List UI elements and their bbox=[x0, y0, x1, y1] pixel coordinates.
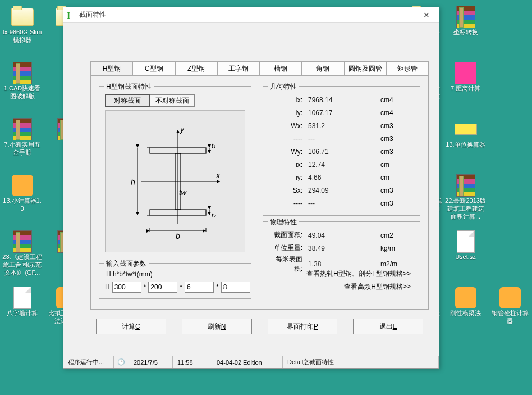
input-h[interactable] bbox=[112, 282, 141, 293]
symmetric-button[interactable]: 对称截面 bbox=[105, 94, 150, 107]
input-b[interactable] bbox=[148, 282, 177, 293]
phys-value: 49.04 bbox=[308, 231, 380, 239]
desktop-icon-label: 13.单位换算器 bbox=[446, 141, 485, 149]
geom-value: 294.09 bbox=[308, 187, 380, 194]
geom-value: 12.74 bbox=[308, 161, 380, 169]
asymmetric-button[interactable]: 不对称截面 bbox=[150, 94, 195, 107]
statusbar: 程序运行中... 🕒 2021/7/5 11:58 04-04-02 Editi… bbox=[63, 356, 439, 368]
geom-row: Wy:106.71cm3 bbox=[269, 145, 414, 158]
tab-7[interactable]: 矩形管 bbox=[386, 61, 429, 76]
input-t[interactable] bbox=[221, 282, 250, 293]
status-edition: 04-04-02 Edition bbox=[212, 356, 283, 368]
exit-button[interactable]: 退出E bbox=[353, 319, 423, 334]
geom-row: Wx:531.2cm3 bbox=[269, 119, 414, 132]
axis-y-label: y bbox=[180, 125, 185, 134]
dialog-title: 截面特性 bbox=[79, 10, 418, 20]
tab-0[interactable]: H型钢 bbox=[90, 61, 133, 76]
geom-unit: cm4 bbox=[380, 109, 414, 117]
desktop-icon[interactable]: 7.距离计算 bbox=[443, 61, 488, 117]
geom-row: -------cm3 bbox=[269, 197, 414, 210]
multiply-icon: * bbox=[180, 283, 182, 291]
desktop-icon[interactable]: 八字墙计算 bbox=[0, 285, 44, 342]
geom-value: 4.66 bbox=[308, 174, 380, 181]
desktop-icon-label: 7.距离计算 bbox=[451, 85, 480, 93]
desktop-icon[interactable]: 7.小新实用五金手册 bbox=[0, 117, 44, 173]
geom-key: Wy: bbox=[269, 148, 308, 156]
input-formula: H h*b*tw*t(mm) bbox=[106, 270, 245, 278]
geom-key: ---- bbox=[269, 135, 308, 143]
geom-value: 7968.14 bbox=[308, 96, 380, 104]
action-buttons: 计算C 刷新N 界面打印P 退出E bbox=[90, 319, 429, 334]
geom-unit: cm3 bbox=[380, 135, 414, 143]
calc-button[interactable]: 计算C bbox=[96, 319, 166, 334]
desktop-icon[interactable]: 刚性横梁法 bbox=[443, 285, 488, 342]
geom-row: Ix:7968.14cm4 bbox=[269, 93, 414, 106]
desktop-icon-label: fx-9860G Slim 模拟器 bbox=[2, 29, 43, 44]
phys-row: 每米表面积:1.38m2/m bbox=[269, 255, 414, 267]
phys-row: 单位重量:38.49kg/m bbox=[269, 242, 414, 255]
phys-key: 每米表面积: bbox=[269, 255, 308, 274]
dim-t2-label: t₂ bbox=[212, 212, 216, 219]
desktop-icon-label: 22.最新2013版建筑工程建筑面积计算... bbox=[445, 197, 487, 220]
desktop-icon-label: Uset.sz bbox=[455, 253, 476, 261]
phys-key: 单位重量: bbox=[269, 243, 308, 253]
input-tw[interactable] bbox=[185, 282, 214, 293]
dim-h-label: h bbox=[131, 178, 135, 187]
desktop-icon[interactable]: 22.最新2013版建筑工程建筑面积计算... bbox=[443, 173, 488, 229]
geom-value: 106.71 bbox=[308, 148, 380, 156]
desktop-icon-label: 八字墙计算 bbox=[7, 310, 38, 317]
geom-key: Iy: bbox=[269, 109, 308, 117]
close-icon[interactable]: ✕ bbox=[418, 9, 435, 21]
geom-key: Sx: bbox=[269, 187, 308, 194]
desktop-icon[interactable]: 13.单位换算器 bbox=[443, 117, 488, 173]
section-diagram: y x h b tw t₁ bbox=[105, 110, 245, 252]
desktop-icon[interactable]: 1.CAD快速看图破解版 bbox=[0, 61, 44, 117]
dim-b-label: b bbox=[176, 231, 180, 240]
geom-unit: cm3 bbox=[380, 187, 414, 194]
desktop-icon[interactable]: Uset.sz bbox=[443, 229, 488, 285]
desktop-icon-label: 7.小新实用五金手册 bbox=[2, 141, 43, 157]
tab-6[interactable]: 圆钢及圆管 bbox=[344, 61, 387, 76]
dim-tw-label: tw bbox=[179, 188, 187, 197]
desktop-icon[interactable]: 坐标转换 bbox=[443, 4, 488, 61]
link-hot-rolled-a[interactable]: 查看热轧H型钢、剖分T型钢规格>> bbox=[306, 270, 411, 278]
geometric-props-legend: 几何特性 bbox=[268, 82, 299, 92]
geom-row: Iy:1067.17cm4 bbox=[269, 106, 414, 119]
desktop-icon[interactable]: fx-9860G Slim 模拟器 bbox=[0, 4, 44, 61]
tab-5[interactable]: 角钢 bbox=[301, 61, 344, 76]
app-icon: I bbox=[67, 11, 76, 20]
desktop-icon-label: 钢管砼柱计算器 bbox=[489, 310, 531, 325]
section-shape-legend: H型钢截面特性 bbox=[104, 82, 154, 92]
geom-row: iy:4.66cm bbox=[269, 171, 414, 184]
tab-strip: H型钢C型钢Z型钢工字钢槽钢角钢圆钢及圆管矩形管 bbox=[90, 61, 429, 76]
multiply-icon: * bbox=[144, 283, 146, 291]
tab-1[interactable]: C型钢 bbox=[132, 61, 175, 76]
geom-unit: cm3 bbox=[380, 199, 414, 207]
desktop-icon-label: 1.CAD快速看图破解版 bbox=[2, 85, 43, 101]
tab-3[interactable]: 工字钢 bbox=[217, 61, 260, 76]
desktop-icon[interactable]: 13.小计算器1.0 bbox=[0, 173, 44, 229]
desktop-icon[interactable]: 23.《建设工程施工合同(示范文本)》(GF... bbox=[0, 229, 44, 285]
physical-props-legend: 物理特性 bbox=[268, 217, 299, 227]
input-label-h: H bbox=[105, 283, 110, 291]
tab-4[interactable]: 槽钢 bbox=[259, 61, 302, 76]
geom-unit: cm bbox=[380, 161, 414, 169]
geom-value: --- bbox=[308, 135, 380, 143]
desktop-icon[interactable]: 钢管砼柱计算器 bbox=[488, 285, 532, 342]
print-button[interactable]: 界面打印P bbox=[268, 319, 338, 334]
refresh-button[interactable]: 刷新N bbox=[182, 319, 252, 334]
tab-2[interactable]: Z型钢 bbox=[175, 61, 218, 76]
multiply-icon: * bbox=[216, 283, 219, 291]
geom-key: ---- bbox=[269, 199, 308, 207]
phys-unit: m2/m bbox=[380, 260, 414, 268]
link-high-freq-a[interactable]: 查看高频H型钢规格>> bbox=[344, 283, 411, 290]
status-date: 2021/7/5 bbox=[129, 356, 173, 368]
phys-value: 38.49 bbox=[308, 244, 380, 252]
dim-t1-label: t₁ bbox=[212, 142, 215, 149]
phys-unit: kg/m bbox=[380, 244, 414, 252]
input-params-legend: 输入截面参数 bbox=[104, 259, 149, 269]
phys-unit: cm2 bbox=[380, 231, 414, 239]
geom-key: ix: bbox=[269, 161, 308, 169]
right-column: 几何特性 Ix:7968.14cm4Iy:1067.17cm4Wx:531.2c… bbox=[263, 86, 420, 299]
geom-rows: Ix:7968.14cm4Iy:1067.17cm4Wx:531.2cm3---… bbox=[269, 93, 414, 210]
